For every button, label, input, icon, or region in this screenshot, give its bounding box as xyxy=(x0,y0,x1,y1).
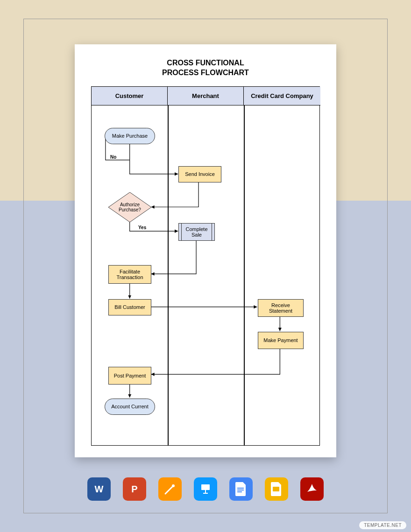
document-page: CROSS FUNCTIONAL PROCESS FLOWCHART Custo… xyxy=(75,44,336,457)
app-icon-tray: W P xyxy=(0,477,411,501)
svg-rect-5 xyxy=(237,488,244,489)
label-yes: Yes xyxy=(138,225,146,230)
node-post-payment: Post Payment xyxy=(108,367,151,385)
node-authorize-label: Authorize Purchase? xyxy=(108,192,151,222)
node-make-purchase: Make Purchase xyxy=(105,128,155,144)
svg-rect-8 xyxy=(273,487,279,491)
word-icon[interactable]: W xyxy=(87,477,111,501)
google-slides-icon[interactable] xyxy=(265,477,288,501)
svg-rect-4 xyxy=(203,493,208,494)
lane-divider xyxy=(168,105,169,445)
node-complete-sale: Complete Sale xyxy=(178,223,215,241)
node-receive-statement: Receive Statement xyxy=(258,299,304,317)
node-make-payment: Make Payment xyxy=(258,332,304,349)
label-no: No xyxy=(110,154,116,160)
svg-rect-7 xyxy=(237,491,242,492)
node-authorize-purchase: Authorize Purchase? xyxy=(108,192,151,222)
google-docs-icon[interactable] xyxy=(229,477,253,501)
svg-rect-2 xyxy=(201,484,210,490)
lane-header-credit-card: Credit Card Company xyxy=(244,87,320,105)
powerpoint-icon[interactable]: P xyxy=(123,477,146,501)
svg-point-1 xyxy=(172,484,175,487)
pdf-icon[interactable] xyxy=(300,477,324,501)
lane-divider xyxy=(244,105,245,445)
node-account-current: Account Current xyxy=(105,399,155,415)
watermark: TEMPLATE.NET xyxy=(359,521,406,529)
node-facilitate-transaction: Facilitate Transaction xyxy=(108,265,151,284)
svg-rect-3 xyxy=(205,490,206,493)
node-send-invoice: Send Invoice xyxy=(178,166,221,182)
flowchart: Customer Merchant Credit Card Company xyxy=(91,86,320,446)
page-title: CROSS FUNCTIONAL PROCESS FLOWCHART xyxy=(91,58,320,78)
node-bill-customer: Bill Customer xyxy=(108,299,151,315)
pages-icon[interactable] xyxy=(158,477,182,501)
svg-rect-6 xyxy=(237,490,244,490)
lane-header-customer: Customer xyxy=(92,87,168,105)
keynote-icon[interactable] xyxy=(194,477,217,501)
lane-header-merchant: Merchant xyxy=(168,87,244,105)
